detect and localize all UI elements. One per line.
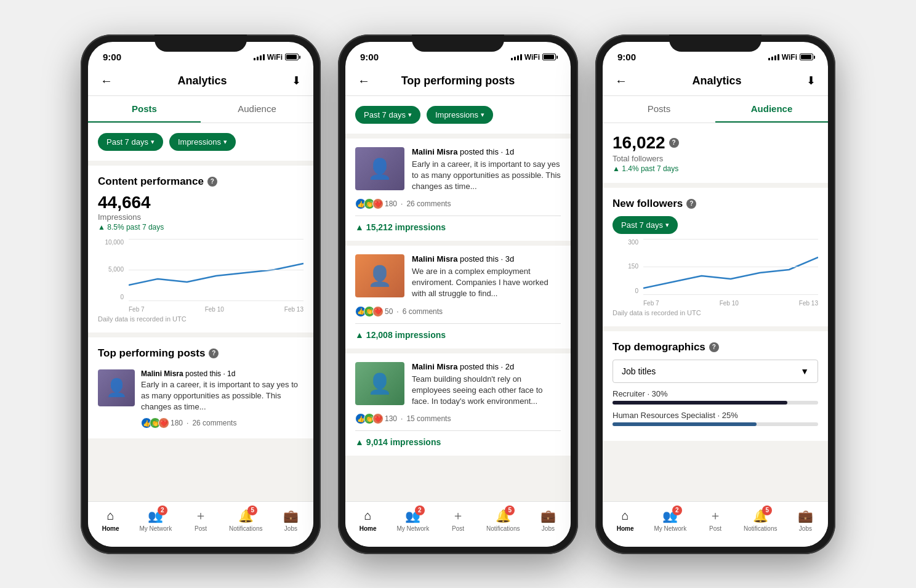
phone-3: 9:00 WiFi ← Analytics ⬇ (595, 34, 835, 554)
demographics-section: Top demographics ? Job titles ▼ Recruite… (603, 331, 828, 441)
nav-home-3[interactable]: ⌂ Home (603, 505, 648, 534)
app-header-3: ← Analytics ⬇ (603, 69, 828, 96)
followers-info[interactable]: ? (669, 138, 679, 148)
bottom-nav-2: ⌂ Home 👥 2 My Network ＋ Post (345, 501, 571, 547)
download-button-3[interactable]: ⬇ (806, 74, 816, 87)
full-post-card-3: 👤 Malini Misra posted this · 2d Team bui… (345, 353, 571, 456)
post-icon-3: ＋ (709, 507, 721, 524)
tab-posts-1[interactable]: Posts (88, 96, 201, 123)
chevron-down-icon: ▼ (800, 366, 809, 376)
y-label-mid: 5,000 (108, 266, 124, 273)
fp-header-3: 👤 Malini Misra posted this · 2d Team bui… (355, 362, 561, 408)
nav-jobs-1[interactable]: 💼 Jobs (268, 505, 313, 534)
home-icon-3: ⌂ (622, 509, 629, 523)
tab-audience-1[interactable]: Audience (201, 96, 313, 123)
nav-jobs-label-1: Jobs (284, 525, 297, 532)
fp-text-3: Malini Misra posted this · 2d Team build… (412, 362, 561, 408)
impressions-growth: ▲ 8.5% past 7 days (98, 223, 303, 232)
nav-notif-icon-wrap-1: 🔔 5 (238, 508, 254, 524)
nav-post-2[interactable]: ＋ Post (435, 505, 480, 534)
screen-content-1: Past 7 days Impressions Content performa… (88, 123, 313, 501)
nav-notif-3[interactable]: 🔔 5 Notifications (738, 505, 783, 534)
nav-jobs-icon-wrap-1: 💼 (283, 508, 299, 524)
chart-y-labels: 10,000 5,000 0 (98, 239, 126, 300)
post-text-1: Early in a career, it is important to sa… (141, 379, 303, 413)
follower-label: Total followers (613, 154, 818, 163)
demo-dropdown[interactable]: Job titles ▼ (613, 360, 818, 383)
nav-network-3[interactable]: 👥 2 My Network (648, 505, 693, 534)
time-3: 9:00 (617, 52, 636, 62)
back-button-2[interactable]: ← (358, 74, 370, 88)
filter-metric-2[interactable]: Impressions (427, 106, 493, 124)
notif-badge-1: 5 (247, 505, 257, 515)
nf-chart-area (643, 239, 818, 294)
back-button-1[interactable]: ← (100, 74, 113, 88)
content-perf-title: Content performance ? (98, 175, 303, 188)
post-preview-1: 👤 Malini Misra posted this · 1d Early in… (98, 362, 303, 429)
network-badge-3: 2 (672, 505, 682, 515)
nav-jobs-2[interactable]: 💼 Jobs (526, 505, 571, 534)
nav-network-label-3: My Network (654, 525, 686, 532)
top-posts-title-1: Top performing posts ? (98, 347, 303, 360)
demo-bar-hr: Human Resources Specialist · 25% (613, 411, 818, 426)
nav-post-label-2: Post (452, 525, 464, 532)
signal-bars-2 (511, 54, 522, 60)
jobs-icon-3: 💼 (798, 509, 813, 523)
top-demo-info[interactable]: ? (709, 342, 719, 352)
nav-home-label-1: Home (102, 525, 119, 532)
nav-notif-label-1: Notifications (229, 525, 262, 532)
time-1: 9:00 (103, 52, 121, 62)
new-followers-filter[interactable]: Past 7 days (613, 216, 678, 234)
new-followers-info[interactable]: ? (686, 199, 696, 209)
fp-reactions-1: 👍 👏 ❤️ 180 · 26 comments (355, 198, 561, 216)
tab-posts-3[interactable]: Posts (603, 96, 715, 123)
new-followers-section: New followers ? Past 7 days 300 150 0 (603, 188, 828, 326)
nav-network-1[interactable]: 👥 2 My Network (133, 505, 178, 534)
fp-love-3: ❤️ (372, 413, 384, 424)
nav-notif-1[interactable]: 🔔 5 Notifications (223, 505, 268, 534)
nav-post-3[interactable]: ＋ Post (693, 505, 737, 534)
network-badge-2: 2 (415, 505, 425, 515)
nav-post-icon-wrap-1: ＋ (193, 508, 209, 524)
bar1 (254, 58, 255, 60)
nav-home-label-3: Home (617, 525, 634, 532)
nav-post-label-3: Post (709, 525, 721, 532)
fp-thumb-3: 👤 (355, 362, 404, 405)
nav-home-2[interactable]: ⌂ Home (345, 505, 390, 534)
battery-3 (800, 54, 813, 60)
fp-love-1: ❤️ (372, 198, 384, 209)
nav-network-label-2: My Network (396, 525, 429, 532)
post-reactions-1: 👍 👏 ❤️ 180 · 26 comments (141, 417, 303, 429)
audience-followers: 16,022 ? Total followers ▲ 1.4% past 7 d… (603, 123, 828, 183)
top-posts-info-1[interactable]: ? (209, 348, 219, 358)
nav-post-1[interactable]: ＋ Post (178, 505, 223, 534)
back-button-3[interactable]: ← (615, 74, 627, 88)
nav-home-icon-wrap-1: ⌂ (103, 508, 119, 524)
love-icon-1: ❤️ (158, 417, 169, 429)
filter-days-2[interactable]: Past 7 days (355, 106, 420, 124)
fp-content-2: We are in a complex employment enviromen… (412, 266, 561, 300)
filter-metric-1[interactable]: Impressions (169, 133, 236, 151)
nav-notif-2[interactable]: 🔔 5 Notifications (481, 505, 526, 534)
wifi-icon-2: WiFi (524, 53, 540, 62)
status-icons-1: WiFi (254, 53, 299, 62)
phone-1-inner: 9:00 WiFi ← Analytics ⬇ (88, 42, 313, 547)
jobs-icon-2: 💼 (540, 509, 556, 523)
fp-content-1: Early in a career, it is important to sa… (412, 159, 561, 193)
fp-author-1: Malini Misra posted this · 1d (412, 147, 561, 156)
chart-svg-area (129, 239, 303, 300)
thumb-person-1: 👤 (106, 377, 127, 398)
nav-network-2[interactable]: 👥 2 My Network (390, 505, 435, 534)
filter-days-1[interactable]: Past 7 days (98, 133, 163, 151)
fp-impressions-1: ▲ 15,212 impressions (355, 216, 561, 232)
tab-audience-3[interactable]: Audience (715, 96, 828, 123)
battery-1 (285, 54, 299, 60)
content-perf-info[interactable]: ? (207, 177, 217, 187)
phone-1: 9:00 WiFi ← Analytics ⬇ (81, 34, 321, 554)
nav-jobs-3[interactable]: 💼 Jobs (783, 505, 828, 534)
fp-text-1: Malini Misra posted this · 1d Early in a… (412, 147, 561, 193)
signal-bars-1 (254, 54, 265, 60)
nav-home-1[interactable]: ⌂ Home (88, 505, 133, 534)
download-button-1[interactable]: ⬇ (292, 74, 301, 87)
status-icons-2: WiFi (511, 53, 556, 62)
